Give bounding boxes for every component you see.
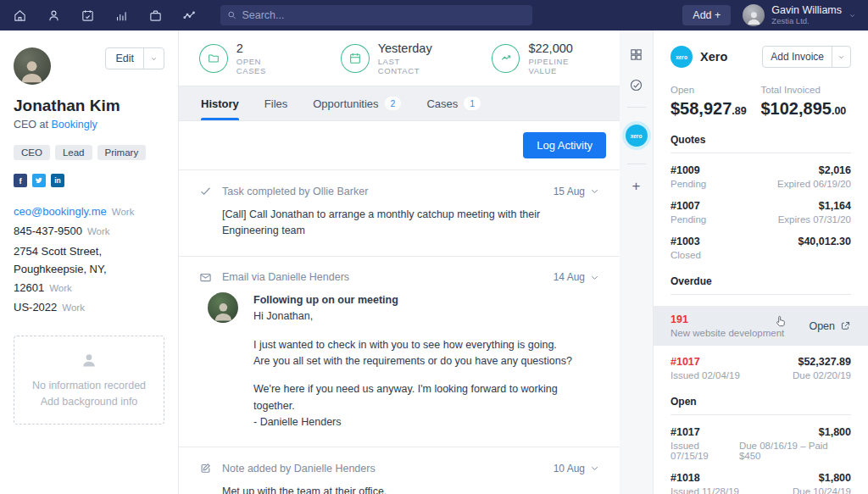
tab-files[interactable]: Files [264,86,287,120]
tasks-check-icon[interactable] [628,76,645,93]
timeline-item-date[interactable]: 14 Aug [554,271,599,283]
nav-icon-group [12,8,197,23]
add-integration-icon[interactable]: + [632,178,641,195]
check-icon [199,185,212,197]
add-button[interactable]: Add + [682,5,731,25]
nav-right: Add + Gavin Williams Zestia Ltd. [682,4,856,26]
twitter-icon[interactable] [32,174,46,187]
timeline-item-title: Email via Danielle Henders [222,271,543,283]
total-value: $102,895 [761,99,832,118]
open-external-link[interactable]: Open [809,320,851,332]
facebook-icon[interactable]: f [14,174,27,187]
search-icon [227,10,236,20]
invoice-row[interactable]: #1018Issued 11/28/19 $1,800Due 10/24/19 [670,472,851,494]
apps-grid-icon[interactable] [628,46,645,63]
history-timeline: Task completed by Ollie Barker 15 Aug [C… [179,170,620,494]
phone-value: 845-437-9500 [14,225,82,237]
edit-dropdown-button[interactable] [143,48,164,69]
contacts-icon[interactable] [46,8,61,23]
stat-value: 2 [236,42,293,55]
add-background-info[interactable]: No information recorded Add background i… [14,336,164,425]
xero-totals: Open $58,927.89 Total Invoiced $102,895.… [670,85,851,119]
user-menu[interactable]: Gavin Williams Zestia Ltd. [743,4,856,26]
rail-divider [627,107,646,108]
quote-amount: $1,164 [819,200,851,212]
tab-cases[interactable]: Cases1 [426,86,481,120]
edit-button[interactable]: Edit [106,48,143,69]
invoice-id: #1017 [670,356,740,368]
tab-badge: 2 [385,97,402,110]
contact-avatar [14,47,51,85]
contact-id-row: US-2022Work [14,298,164,316]
tab-label: Files [264,97,287,110]
calendar-icon [348,52,362,65]
linkedin-icon[interactable]: in [51,174,64,187]
quote-row[interactable]: #1007Pending $1,164Expires 07/31/20 [670,200,851,225]
search-bar [220,5,532,25]
xero-panel-title: xero Xero [670,46,727,68]
total-label: Total Invoiced [761,85,852,95]
quote-row[interactable]: #1003Closed $40,012.30 [670,236,851,260]
date-text: 10 Aug [554,463,585,475]
add-invoice-button[interactable]: Add Invoice [763,47,832,67]
company-link[interactable]: Bookingly [51,119,97,130]
invoice-issued: Issued 11/28/19 [670,486,739,494]
email-link[interactable]: ceo@bookingly.me [14,205,107,218]
stat-label: OPEN CASES [236,57,293,75]
timeline-item-note: Note added by Danielle Henders 10 Aug Me… [179,447,620,494]
reports-icon[interactable] [114,8,129,23]
invoice-amount: $1,800 [819,426,851,438]
tab-label: History [201,97,239,110]
contact-name: Jonathan Kim [14,97,164,115]
invoice-row[interactable]: #1017Issued 02/04/19 $52,327.89Due 02/20… [670,356,851,380]
tag-pill[interactable]: Primary [97,145,147,160]
quote-row[interactable]: #1009Pending $2,016Expired 06/19/20 [670,164,851,189]
timeline-item-date[interactable]: 10 Aug [554,463,599,475]
timeline-item-date[interactable]: 15 Aug [554,186,599,197]
total-label: Open [670,85,761,95]
cases-icon[interactable] [147,8,163,23]
quote-id: #1009 [670,164,706,176]
quote-status: Closed [670,250,701,260]
calendar-icon[interactable] [80,8,95,23]
timeline-item-title: Note added by Danielle Henders [222,463,543,475]
person-icon [81,352,97,369]
task-body: [Call] Call Jonathan to arrange a monthl… [222,207,599,240]
tag-pill[interactable]: CEO [14,145,50,160]
summary-stats: 2OPEN CASES YesterdayLAST CONTACT $22,00… [179,31,620,86]
quote-detail: Expires 07/31/20 [778,214,851,225]
social-links: f in [14,174,164,187]
tab-bar: History Files Opportunities2 Cases1 [179,86,620,121]
invoice-amount: $52,327.89 [798,356,851,368]
project-name: New website development [670,328,784,338]
add-invoice-dropdown[interactable] [832,47,850,67]
role-text: CEO at [14,119,48,130]
project-hover-row[interactable]: 191 New website development Open [654,306,868,346]
tab-history[interactable]: History [201,86,239,120]
stat-value: $22,000 [528,42,599,55]
user-name: Gavin Williams [771,4,842,16]
email-greeting: Hi Jonathan, [253,308,599,325]
invoice-due: Due 08/16/19 – Paid $450 [739,441,851,461]
empty-state-title: No information recorded [23,378,155,394]
quote-amount: $40,012.30 [798,236,851,247]
email-text: We're here if you need us anyway. I'm lo… [253,383,558,411]
main-panel: 2OPEN CASES YesterdayLAST CONTACT $22,00… [179,31,620,494]
xero-integration-icon[interactable]: xero [622,121,651,150]
log-activity-button[interactable]: Log Activity [523,132,606,158]
sales-icon[interactable] [181,8,197,23]
open-section: Open #1017Issued 07/15/19 $1,800Due 08/1… [670,396,851,494]
tag-pill[interactable]: Lead [55,145,92,160]
contact-phone-row: 845-437-9500Work [14,222,164,240]
tab-label: Opportunities [313,97,378,110]
field-type-label: Work [112,207,135,217]
section-header: Open [670,396,851,415]
invoice-row[interactable]: #1017Issued 07/15/19 $1,800Due 08/16/19 … [670,426,851,461]
section-header: Overdue [670,275,851,295]
date-text: 15 Aug [554,186,585,197]
tab-badge: 1 [464,97,481,110]
home-icon[interactable] [12,8,27,23]
edit-split-button: Edit [105,47,164,69]
search-input[interactable] [242,9,526,21]
tab-opportunities[interactable]: Opportunities2 [313,86,401,120]
